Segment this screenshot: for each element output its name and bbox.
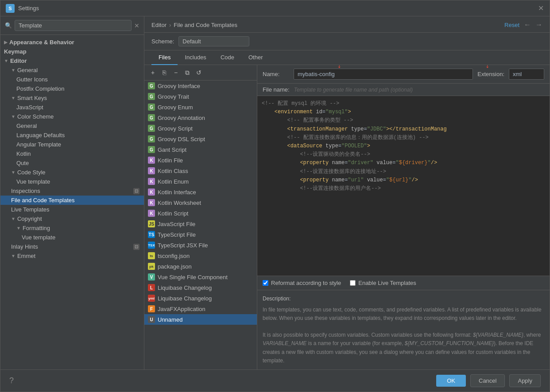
sidebar-item-angular[interactable]: Angular Template — [0, 140, 144, 149]
list-item[interactable]: TSX TypeScript JSX File — [144, 240, 257, 250]
list-item[interactable]: K Kotlin Script — [144, 208, 257, 219]
reformat-checkbox-group: Reformat according to style — [263, 280, 341, 286]
list-item[interactable]: K Kotlin Enum — [144, 176, 257, 187]
scheme-select[interactable]: DefaultProject — [178, 36, 249, 46]
sidebar-item-vue-template[interactable]: Vue template — [0, 177, 144, 186]
list-item[interactable]: G Gant Script — [144, 144, 257, 155]
sidebar-item-live-templates[interactable]: Live Templates — [0, 205, 144, 214]
code-editor[interactable]: <!-- 配置 mysql 的环境 --> <environment id="m… — [257, 96, 550, 276]
search-input[interactable] — [15, 20, 132, 31]
sidebar-item-formatting[interactable]: ▼ Formatting — [0, 223, 144, 233]
extension-input[interactable] — [509, 69, 544, 80]
sidebar-item-copyright[interactable]: ▼ Copyright — [0, 214, 144, 223]
file-list-toolbar: + ⎘ − ⧉ ↺ — [144, 65, 257, 81]
sidebar-item-file-code-templates[interactable]: File and Code Templates — [0, 196, 144, 205]
duplicate-template-button[interactable]: ⧉ — [182, 68, 192, 77]
file-type-icon: F — [148, 305, 155, 312]
remove-template-button[interactable]: − — [171, 68, 181, 77]
reformat-label[interactable]: Reformat according to style — [271, 280, 341, 286]
live-templates-checkbox-group: Enable Live Templates — [350, 280, 416, 286]
sidebar-item-general[interactable]: ▼ General — [0, 65, 144, 75]
list-item[interactable]: JS JavaScript File — [144, 219, 257, 229]
list-item[interactable]: K Kotlin Class — [144, 165, 257, 176]
reformat-checkbox[interactable] — [263, 280, 268, 286]
tab-code[interactable]: Code — [213, 50, 241, 65]
list-item[interactable]: F JavaFXApplication — [144, 304, 257, 314]
back-button[interactable]: ← — [524, 21, 531, 29]
sidebar-item-vue-template2[interactable]: Vue template — [0, 233, 144, 242]
file-item-label: Vue Single File Component — [158, 274, 228, 281]
sidebar-item-color-scheme[interactable]: ▼ Color Scheme — [0, 112, 144, 121]
file-type-icon: U — [148, 316, 155, 323]
sidebar-item-appearance[interactable]: ▶ Appearance & Behavior — [0, 38, 144, 47]
live-templates-label[interactable]: Enable Live Templates — [358, 280, 416, 286]
file-item-label: Groovy Annotation — [158, 115, 205, 121]
list-item[interactable]: G Groovy Trait — [144, 91, 257, 102]
file-type-icon: G — [148, 114, 155, 121]
add-template-button[interactable]: + — [148, 68, 158, 77]
list-item[interactable]: pk package.json — [144, 261, 257, 272]
collapse-arrow: ▼ — [11, 114, 15, 119]
collapse-arrow: ▶ — [4, 40, 8, 45]
file-item-label: Kotlin Worksheet — [158, 200, 201, 206]
file-type-icon: TSX — [148, 242, 155, 249]
file-type-icon: yml — [148, 295, 155, 302]
sidebar-item-qute[interactable]: Qute — [0, 158, 144, 168]
main-content: 🔍 ✕ ▶ Appearance & Behavior Keymap ▼ Edi… — [0, 16, 550, 369]
help-icon[interactable]: ? — [9, 376, 14, 385]
tab-other[interactable]: Other — [241, 50, 270, 65]
apply-button[interactable]: Apply — [509, 374, 541, 387]
title-bar: S Settings ✕ — [0, 0, 550, 16]
list-item[interactable]: G Groovy DSL Script — [144, 134, 257, 144]
file-type-icon: G — [148, 93, 155, 100]
file-list: G Groovy Interface G Groovy Trait G Groo… — [144, 81, 257, 369]
sidebar-item-smart-keys[interactable]: ▼ Smart Keys — [0, 93, 144, 103]
list-item[interactable]: K Kotlin Worksheet — [144, 197, 257, 208]
list-item[interactable]: G Groovy Interface — [144, 81, 257, 91]
list-item[interactable]: G Groovy Script — [144, 123, 257, 134]
inlay-hints-badge: ⊡ — [133, 244, 139, 250]
extension-label: Extension: — [477, 71, 504, 77]
sidebar-item-inlay-hints[interactable]: Inlay Hints ⊡ — [0, 242, 144, 251]
list-item[interactable]: yml Liquibase Changelog — [144, 293, 257, 304]
list-item[interactable]: L Liquibase Changelog — [144, 282, 257, 293]
list-item[interactable]: G Groovy Annotation — [144, 112, 257, 123]
list-item[interactable]: K Kotlin File — [144, 155, 257, 165]
name-input[interactable] — [294, 69, 473, 80]
sidebar-item-kotlin[interactable]: Kotlin — [0, 149, 144, 158]
forward-button[interactable]: → — [535, 21, 542, 29]
list-item[interactable]: G Groovy Enum — [144, 102, 257, 112]
search-bar: 🔍 ✕ — [0, 16, 144, 35]
sidebar-item-gutter-icons[interactable]: Gutter Icons — [0, 75, 144, 84]
sidebar-item-inspections[interactable]: Inspections ⊡ — [0, 186, 144, 196]
ok-button[interactable]: OK — [436, 375, 466, 387]
reset-button[interactable]: Reset — [504, 22, 519, 28]
file-item-label: Groovy Trait — [158, 93, 189, 100]
file-type-icon: G — [148, 82, 155, 89]
list-item[interactable]: K Kotlin Interface — [144, 187, 257, 197]
sidebar-item-emmet[interactable]: ▼ Emmet — [0, 251, 144, 261]
collapse-arrow: ▼ — [11, 96, 15, 100]
close-button[interactable]: ✕ — [538, 5, 544, 12]
cancel-button[interactable]: Cancel — [470, 374, 505, 387]
file-item-label: Groovy Script — [158, 125, 193, 132]
reset-template-button[interactable]: ↺ — [194, 68, 204, 77]
tab-includes[interactable]: Includes — [178, 50, 213, 65]
file-item-label: Gant Script — [158, 146, 186, 153]
sidebar-item-postfix[interactable]: Postfix Completion — [0, 84, 144, 93]
sidebar-item-general2[interactable]: General — [0, 121, 144, 131]
list-item[interactable]: U Unnamed — [144, 314, 257, 325]
sidebar-item-lang-defaults[interactable]: Language Defaults — [0, 131, 144, 140]
live-templates-checkbox[interactable] — [350, 280, 356, 286]
sidebar-item-code-style[interactable]: ▼ Code Style — [0, 168, 144, 177]
list-item[interactable]: ts tsconfig.json — [144, 250, 257, 261]
search-clear-icon[interactable]: ✕ — [134, 22, 139, 29]
breadcrumb-parent: Editor — [151, 22, 167, 28]
sidebar-item-javascript[interactable]: JavaScript — [0, 103, 144, 112]
sidebar-item-editor[interactable]: ▼ Editor — [0, 56, 144, 65]
copy-template-button[interactable]: ⎘ — [159, 68, 169, 77]
list-item[interactable]: TS TypeScript File — [144, 229, 257, 240]
tab-files[interactable]: Files — [151, 50, 178, 65]
list-item[interactable]: V Vue Single File Component — [144, 272, 257, 282]
sidebar-item-keymap[interactable]: Keymap — [0, 47, 144, 56]
